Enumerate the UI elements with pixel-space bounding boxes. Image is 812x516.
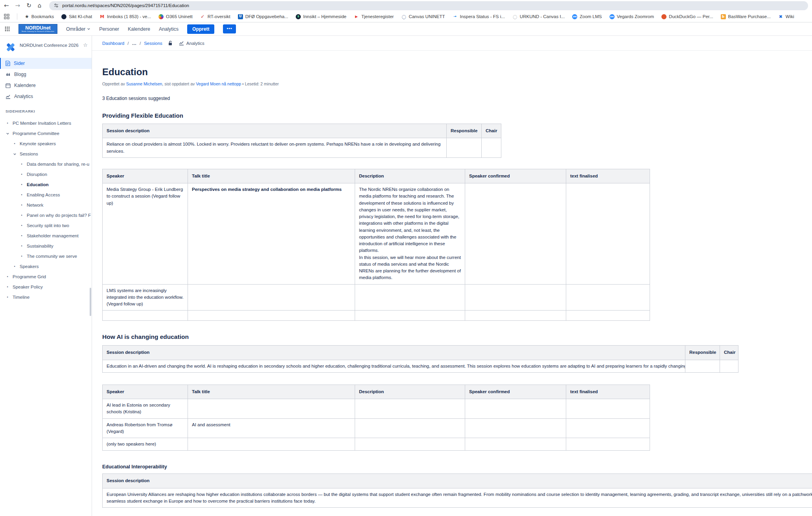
tree-item[interactable]: •Speakers xyxy=(0,261,92,272)
cell-finalised xyxy=(566,438,650,451)
app-switcher-icon[interactable] xyxy=(5,26,10,31)
column-header: Description xyxy=(355,169,465,183)
cell-talk-title xyxy=(188,399,355,419)
bookmark-wiki[interactable]: ✖Wiki xyxy=(778,14,794,19)
address-bar[interactable]: portal.nordu.net/spaces/NDN2026/pages/29… xyxy=(49,1,808,10)
confluence-space-icon xyxy=(6,42,16,52)
bookmark-rt[interactable]: ✓RT-oversikt xyxy=(200,14,230,19)
forward-icon[interactable]: → xyxy=(15,3,20,9)
tree-item[interactable]: •The community we serve xyxy=(0,251,92,261)
tree-item[interactable]: •Security split into two xyxy=(0,220,92,231)
bullet-icon: • xyxy=(20,234,24,238)
analytics-link[interactable]: Analytics xyxy=(179,41,204,46)
tree-item[interactable]: •PC Member Invitation Letters xyxy=(0,118,92,128)
space-header[interactable]: NORDUnet Conference 2026 ☆ xyxy=(0,41,92,58)
bookmark-innsikt[interactable]: sInnsikt – Hjemmeside xyxy=(296,14,346,19)
sidebar-item-label: Sider xyxy=(14,61,25,66)
sidebar-item-sider[interactable]: Sider xyxy=(0,58,92,69)
cell-description xyxy=(355,438,465,451)
apps-grid-icon[interactable] xyxy=(4,14,9,19)
column-header: Chair xyxy=(720,346,738,360)
urkund-icon: ◌ xyxy=(512,14,517,19)
nav-personer[interactable]: Personer xyxy=(99,26,119,32)
tree-item[interactable]: •Disruption xyxy=(0,169,92,179)
nav-label: Områder xyxy=(66,26,85,32)
tree-item[interactable]: •Panel on why do projects fail? F xyxy=(0,210,92,220)
bookmark-innboks[interactable]: MInnboks (1 853) - ve... xyxy=(99,14,151,19)
column-header: Speaker xyxy=(103,169,188,183)
favorite-star-icon[interactable]: ☆ xyxy=(83,42,88,48)
chevron-down-icon[interactable] xyxy=(13,152,17,156)
nav-label: Personer xyxy=(99,26,119,32)
breadcrumb-dashboard[interactable]: Dashboard xyxy=(102,41,124,46)
nordunet-logo[interactable]: NORDUnet Nordic Gateway for Research & E… xyxy=(18,24,57,33)
sidebar-scrollbar[interactable] xyxy=(90,288,91,316)
bookmark-basware[interactable]: bBasWare Purchase... xyxy=(721,14,771,19)
sidebar-item-kalendere[interactable]: Kalendere xyxy=(0,80,92,91)
bookmark-dfo[interactable]: UDFØ Oppgavebeha... xyxy=(238,14,288,19)
dfo-icon: U xyxy=(238,14,243,19)
more-button[interactable]: ••• xyxy=(223,24,236,33)
sidebar-item-blogg[interactable]: Blogg xyxy=(0,69,92,80)
bullet-icon: • xyxy=(6,275,9,279)
bookmark-o365[interactable]: O365 Uninett xyxy=(158,14,193,19)
site-settings-icon[interactable] xyxy=(54,3,59,8)
back-icon[interactable]: ← xyxy=(4,3,9,9)
tree-item[interactable]: •Programme Grid xyxy=(0,272,92,282)
bullet-icon: • xyxy=(20,193,24,197)
home-icon[interactable]: ⌂ xyxy=(38,3,42,9)
sidebar-item-analytics[interactable]: Analytics xyxy=(0,91,92,102)
bookmark-tjenesteregister[interactable]: ▶Tjenesteregister xyxy=(354,14,394,19)
create-button[interactable]: Opprett xyxy=(187,24,214,34)
tree-item[interactable]: •Network xyxy=(0,200,92,210)
updated-link[interactable]: nå nettopp xyxy=(221,81,241,86)
bookmark-label: BasWare Purchase... xyxy=(728,14,771,19)
tree-item[interactable]: •Enabling Access xyxy=(0,190,92,200)
bookmark-all[interactable]: ★ Bookmarks xyxy=(25,14,54,19)
table-header-row: Speaker Talk title Description Speaker c… xyxy=(103,169,650,183)
bullet-icon: • xyxy=(20,203,24,207)
bookmark-zoom-lms[interactable]: zmZoom LMS xyxy=(572,14,602,19)
nav-kalendere[interactable]: Kalendere xyxy=(128,26,150,32)
bookmark-urkund[interactable]: ◌URKUND - Canvas I... xyxy=(512,14,565,19)
column-header: Speaker confirmed xyxy=(465,385,566,399)
reload-icon[interactable]: ↻ xyxy=(26,3,31,9)
breadcrumb-ellipsis[interactable]: … xyxy=(132,41,136,46)
table-row: LMS systems are increasingly integrated … xyxy=(103,284,650,311)
tree-item[interactable]: •Data demands for sharing, re-u xyxy=(0,159,92,169)
bullet-icon: • xyxy=(20,162,24,166)
app-nav-bar: NORDUnet Nordic Gateway for Research & E… xyxy=(0,22,812,36)
bookmark-label: DuckDuckGo — Per... xyxy=(669,14,713,19)
bookmark-duckduckgo[interactable]: DuckDuckGo — Per... xyxy=(661,14,713,19)
cell-confirmed xyxy=(465,311,566,321)
cell-talk-title xyxy=(188,311,355,321)
chevron-down-icon[interactable] xyxy=(6,132,9,135)
tree-item[interactable]: Sessions xyxy=(0,149,92,159)
nav-analytics[interactable]: Analytics xyxy=(159,26,179,32)
bookmark-sikt[interactable]: Sikt KI-chat xyxy=(61,14,92,19)
breadcrumb-sessions[interactable]: Sessions xyxy=(144,41,162,46)
column-header: Session description xyxy=(103,346,685,360)
tree-item[interactable]: •Timeline xyxy=(0,292,92,302)
tree-item[interactable]: •Keynote speakers xyxy=(0,139,92,149)
unlock-icon[interactable] xyxy=(168,41,173,46)
tree-item[interactable]: •Speaker Policy xyxy=(0,282,92,292)
bookmark-zoomrom[interactable]: zmVegards Zoomrom xyxy=(609,14,654,19)
tree-label: Speaker Policy xyxy=(13,285,43,289)
tree-item[interactable]: •Sustainability xyxy=(0,241,92,251)
bookmark-inspera[interactable]: ∙•Inspera Status - FS i... xyxy=(452,14,505,19)
url-text[interactable]: portal.nordu.net/spaces/NDN2026/pages/29… xyxy=(62,3,189,8)
editor-link[interactable]: Vegard Moen xyxy=(196,81,220,86)
analytics-label: Analytics xyxy=(186,41,204,46)
bookmark-canvas[interactable]: ◌Canvas UNINETT xyxy=(401,14,445,19)
cell-description: The Nordic NRENs organize collaboration … xyxy=(355,183,465,285)
tree-item[interactable]: Programme Committee xyxy=(0,128,92,139)
tree-item-current[interactable]: •Education xyxy=(0,179,92,190)
cell-speaker: LMS systems are increasingly integrated … xyxy=(103,284,188,311)
session-desc-line: seamless student exchange in Europe and … xyxy=(107,498,812,505)
tree-item[interactable]: •Stakeholder management xyxy=(0,231,92,241)
column-header: Chair xyxy=(482,124,501,138)
tree-label: Enabling Access xyxy=(27,192,60,197)
author-link[interactable]: Susanne Michelsen xyxy=(126,81,162,86)
nav-omrader[interactable]: Områder xyxy=(66,26,90,32)
